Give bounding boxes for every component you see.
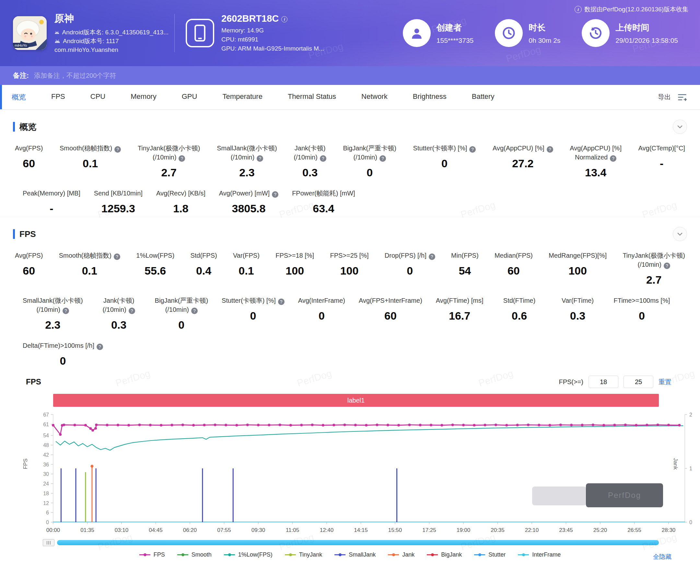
svg-text:17:25: 17:25 [422, 527, 436, 533]
metric-label: SmallJank(微小卡顿) [23, 296, 83, 305]
tab-Thermal Status[interactable]: Thermal Status [288, 92, 336, 102]
tab-Network[interactable]: Network [361, 92, 388, 102]
metric-label: Stutter(卡顿率) [%]? [413, 144, 476, 153]
tab-CPU[interactable]: CPU [90, 92, 105, 102]
help-icon[interactable]: ? [257, 155, 263, 162]
metric-label: MedRange(FPS)[%] [549, 251, 607, 260]
mihoyo-badge: miHoYo [13, 43, 29, 48]
hide-all-link[interactable]: 全隐藏 [653, 553, 671, 561]
device-gpu: GPU: ARM Mali-G925-Immortalis M... [221, 44, 324, 53]
fps-section-title: FPS [19, 229, 36, 239]
duration-label: 时长 [529, 22, 560, 33]
help-icon[interactable]: ? [114, 253, 120, 260]
help-icon[interactable]: ? [429, 253, 435, 260]
metric-value: 0 [343, 166, 396, 179]
legend-item-1%Low(FPS)[interactable]: 1%Low(FPS) [224, 551, 273, 558]
tab-Brightness[interactable]: Brightness [413, 92, 447, 102]
metric-cell: Smooth(稳帧指数)?0.1 [57, 251, 122, 286]
svg-text:0: 0 [46, 520, 49, 525]
help-icon[interactable]: ? [278, 299, 285, 305]
metric-value: 0 [613, 310, 670, 322]
help-icon[interactable]: ? [129, 308, 135, 314]
legend-item-InterFrame[interactable]: InterFrame [518, 551, 561, 558]
metric-label-line2: (/10min)? [97, 305, 141, 314]
app-info: 原神 Android版本名: 6.3.0_41350619_413... And… [54, 12, 169, 54]
metric-label-line2: (/10min)? [23, 305, 83, 314]
help-icon[interactable]: ? [191, 308, 198, 314]
fps-jank-chart[interactable]: 061218243036424854616701200:0001:3503:10… [13, 409, 687, 538]
metric-cell: TinyJank(极微小卡顿)(/10min)?2.7 [136, 144, 202, 179]
metric-cell: Median(FPS)60 [493, 251, 535, 286]
fps-threshold-input-2[interactable] [624, 376, 653, 388]
help-icon[interactable]: ? [469, 146, 476, 153]
metric-value: 2.3 [217, 166, 277, 179]
legend-item-Stutter[interactable]: Stutter [474, 551, 506, 558]
metric-value: 27.2 [493, 157, 553, 170]
tab-Battery[interactable]: Battery [472, 92, 495, 102]
help-icon[interactable]: ? [379, 155, 386, 162]
metric-cell: FTime>=100ms [%]0 [612, 296, 672, 331]
metric-value: 2.3 [23, 319, 83, 331]
metric-cell: Avg(AppCPU) [%]?27.2 [491, 144, 555, 179]
svg-text:18: 18 [43, 491, 49, 496]
metric-cell: Var(FPS)0.1 [231, 251, 262, 286]
metric-label: Delta(FTime)>100ms [/h]? [23, 341, 103, 350]
legend-item-Smooth[interactable]: Smooth [177, 551, 212, 558]
metric-cell: 1%Low(FPS)55.6 [134, 251, 176, 286]
export-label[interactable]: 导出 [658, 93, 671, 101]
help-icon[interactable]: ? [114, 146, 121, 153]
legend-item-Jank[interactable]: Jank [388, 551, 414, 558]
tab-FPS[interactable]: FPS [51, 92, 65, 102]
help-icon[interactable]: ? [179, 155, 185, 162]
tab-概览[interactable]: 概览 [12, 92, 26, 102]
reset-link[interactable]: 重置 [659, 378, 671, 386]
svg-text:11:05: 11:05 [286, 527, 299, 533]
help-icon[interactable]: ? [610, 155, 616, 162]
metric-cell: Avg(CTemp)[°C]- [636, 144, 687, 179]
tab-GPU[interactable]: GPU [182, 92, 197, 102]
help-icon[interactable]: ? [63, 308, 69, 314]
legend-label: Stutter [488, 551, 506, 558]
metric-label: TinyJank(极微小卡顿) [138, 144, 200, 153]
fps-chart-area: FPS FPS(>=) 重置 label1 061218243036424854… [13, 369, 687, 562]
collapse-fps-button[interactable] [673, 227, 687, 241]
legend-item-TinyJank[interactable]: TinyJank [285, 551, 322, 558]
metric-label: Drop(FPS) [/h]? [385, 251, 435, 260]
svg-text:20:35: 20:35 [491, 527, 505, 533]
collapse-overview-button[interactable] [673, 120, 687, 134]
metric-cell: Std(FTime)0.6 [495, 296, 543, 331]
metric-value: 60 [495, 265, 533, 277]
metric-label: Avg(FPS) [15, 251, 43, 260]
tab-Temperature[interactable]: Temperature [222, 92, 263, 102]
note-input-placeholder[interactable]: 添加备注，不超过200个字符 [34, 71, 116, 80]
metric-label-line2: (/10min)? [623, 260, 685, 269]
metric-label: Avg(AppCPU) [%] [570, 144, 622, 153]
legend-item-BigJank[interactable]: BigJank [427, 551, 462, 558]
help-icon[interactable]: ? [272, 191, 278, 198]
export-icon[interactable] [677, 93, 687, 101]
metric-value: 0 [413, 157, 476, 170]
metric-cell: Avg(AppCPU) [%]Normalized?13.4 [568, 144, 624, 179]
fps-threshold-input-1[interactable] [589, 376, 618, 388]
metric-label: Jank(卡顿) [97, 296, 141, 305]
device-info-icon[interactable]: i [281, 16, 287, 22]
scrollbar-grip[interactable] [43, 539, 54, 546]
help-icon[interactable]: ? [547, 146, 553, 153]
creator-value: 155****3735 [437, 37, 473, 44]
note-bar[interactable]: 备注: 添加备注，不超过200个字符 [0, 66, 700, 85]
metric-value: 60 [15, 265, 43, 277]
help-icon[interactable]: ? [664, 263, 670, 269]
legend-label: BigJank [441, 551, 462, 558]
metric-cell: Avg(Power) [mW]?3805.8 [217, 189, 280, 215]
legend-item-SmallJank[interactable]: SmallJank [334, 551, 376, 558]
metric-cell: Avg(FPS)60 [13, 144, 45, 179]
metric-label: FTime>=100ms [%] [613, 296, 670, 305]
metric-cell: BigJank(严重卡顿)(/10min)?0 [341, 144, 398, 179]
help-icon[interactable]: ? [97, 344, 103, 350]
metric-value: 1.8 [156, 202, 205, 215]
chart-scrollbar[interactable] [57, 540, 659, 545]
legend-item-FPS[interactable]: FPS [139, 551, 165, 558]
help-icon[interactable]: ? [320, 155, 326, 162]
svg-text:1: 1 [689, 466, 692, 471]
tab-Memory[interactable]: Memory [131, 92, 156, 102]
